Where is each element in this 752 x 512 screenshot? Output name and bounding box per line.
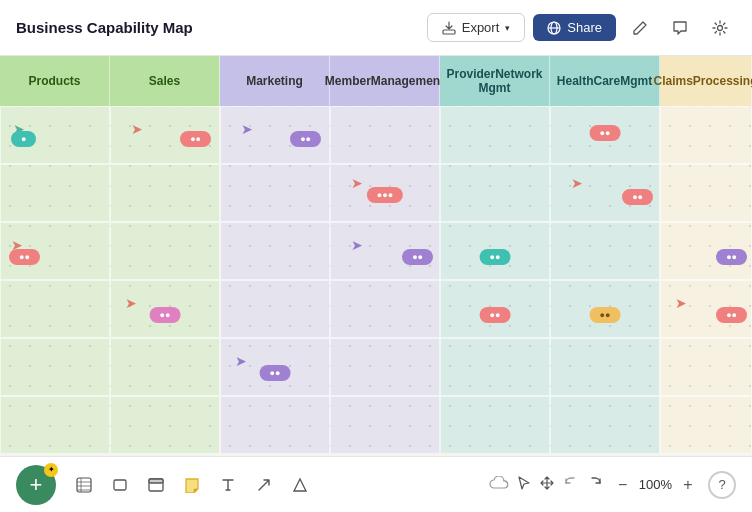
redo-icon [587, 475, 603, 491]
cell-r1c4[interactable] [330, 106, 440, 164]
pill-badge: ● [11, 131, 36, 147]
arrow-indicator: ➤ [675, 295, 687, 311]
cell-r2c2[interactable] [110, 164, 220, 222]
cell-r6c4[interactable] [330, 396, 440, 454]
cell-r3c2[interactable] [110, 222, 220, 280]
arrow-indicator: ➤ [571, 175, 583, 191]
cell-r2c1[interactable] [0, 164, 110, 222]
cell-r3c3[interactable] [220, 222, 330, 280]
sticky-button[interactable] [176, 469, 208, 501]
cell-r6c5[interactable] [440, 396, 550, 454]
cell-r5c5[interactable] [440, 338, 550, 396]
cell-r1c3[interactable]: ➤ ●● [220, 106, 330, 164]
cell-r3c4[interactable]: ➤ ●● [330, 222, 440, 280]
cell-r6c7[interactable] [660, 396, 752, 454]
cell-r2c5[interactable] [440, 164, 550, 222]
toolbar-left: + ✦ [16, 465, 316, 505]
pill-badge: ●● [9, 249, 40, 265]
header: Business Capability Map Export ▾ Share [0, 0, 752, 56]
cell-r2c7[interactable] [660, 164, 752, 222]
shape-button[interactable] [284, 469, 316, 501]
comment-icon [672, 20, 688, 36]
cell-r3c1[interactable]: ➤ ●● [0, 222, 110, 280]
column-header-health: HealthCareMgmt [550, 56, 660, 106]
canvas-area[interactable]: Products Sales Marketing MemberManagemen… [0, 56, 752, 456]
cell-r6c2[interactable] [110, 396, 220, 454]
rectangle-button[interactable] [104, 469, 136, 501]
export-icon [442, 21, 456, 35]
cell-r1c7[interactable] [660, 106, 752, 164]
cell-r6c3[interactable] [220, 396, 330, 454]
column-header-claims: ClaimsProcessing [660, 56, 752, 106]
cell-r4c4[interactable] [330, 280, 440, 338]
card-icon [148, 477, 164, 493]
header-right: Export ▾ Share [427, 12, 736, 44]
cell-r3c6[interactable] [550, 222, 660, 280]
column-header-sales: Sales [110, 56, 220, 106]
pill-badge: ●● [150, 307, 181, 323]
cell-r2c6[interactable]: ➤ ●● [550, 164, 660, 222]
export-button[interactable]: Export ▾ [427, 13, 526, 42]
cell-r1c5[interactable] [440, 106, 550, 164]
card-button[interactable] [140, 469, 172, 501]
header-left: Business Capability Map [16, 19, 193, 36]
arrow-indicator: ➤ [351, 175, 363, 191]
cell-r6c1[interactable] [0, 396, 110, 454]
settings-button[interactable] [704, 12, 736, 44]
column-header-provider: ProviderNetwork Mgmt [440, 56, 550, 106]
cloud-button[interactable] [489, 476, 509, 493]
cell-r3c7[interactable]: ●● [660, 222, 752, 280]
cell-r4c7[interactable]: ➤ ●● [660, 280, 752, 338]
arrow-button[interactable] [248, 469, 280, 501]
cell-r5c4[interactable] [330, 338, 440, 396]
cell-r4c5[interactable]: ●● [440, 280, 550, 338]
table-view-button[interactable] [68, 469, 100, 501]
toolbar-right: − 100% + ? [489, 471, 736, 499]
cell-r4c2[interactable]: ➤ ●● [110, 280, 220, 338]
column-header-products: Products [0, 56, 110, 106]
help-button[interactable]: ? [708, 471, 736, 499]
cell-r5c1[interactable] [0, 338, 110, 396]
arrow-indicator: ➤ [125, 295, 137, 311]
svg-point-3 [718, 25, 723, 30]
pill-badge: ●● [590, 125, 621, 141]
cell-r4c3[interactable] [220, 280, 330, 338]
svg-rect-5 [114, 480, 126, 490]
cell-r2c4[interactable]: ➤ ●●● [330, 164, 440, 222]
svg-rect-7 [149, 479, 163, 483]
column-header-member: MemberManagement [330, 56, 440, 106]
cell-r1c6[interactable]: ●● [550, 106, 660, 164]
cell-r6c6[interactable] [550, 396, 660, 454]
share-button[interactable]: Share [533, 14, 616, 41]
pill-badge: ●● [590, 307, 621, 323]
zoom-in-button[interactable]: + [676, 473, 700, 497]
pill-badge: ●● [260, 365, 291, 381]
add-button[interactable]: + ✦ [16, 465, 56, 505]
cell-r5c6[interactable] [550, 338, 660, 396]
pill-badge: ●● [402, 249, 433, 265]
cell-r5c2[interactable] [110, 338, 220, 396]
edit-button[interactable] [624, 12, 656, 44]
fab-badge: ✦ [44, 463, 58, 477]
cell-r4c6[interactable]: ●● [550, 280, 660, 338]
move-button[interactable] [539, 475, 555, 494]
comment-button[interactable] [664, 12, 696, 44]
edit-icon [632, 20, 648, 36]
zoom-out-button[interactable]: − [611, 473, 635, 497]
move-icon [539, 475, 555, 491]
text-button[interactable] [212, 469, 244, 501]
capability-grid: ➤ ● ➤ ●● ➤ ●● ●● ➤ ●●● ➤ ●● [0, 106, 752, 456]
undo-button[interactable] [563, 475, 579, 494]
column-header-marketing: Marketing [220, 56, 330, 106]
cell-r1c2[interactable]: ➤ ●● [110, 106, 220, 164]
cell-r5c7[interactable] [660, 338, 752, 396]
cell-r2c3[interactable] [220, 164, 330, 222]
redo-button[interactable] [587, 475, 603, 494]
cell-r5c3[interactable]: ➤ ●● [220, 338, 330, 396]
settings-icon [712, 20, 728, 36]
columns-header: Products Sales Marketing MemberManagemen… [0, 56, 752, 106]
cursor-button[interactable] [517, 475, 531, 494]
cell-r4c1[interactable] [0, 280, 110, 338]
cell-r3c5[interactable]: ●● [440, 222, 550, 280]
cell-r1c1[interactable]: ➤ ● [0, 106, 110, 164]
